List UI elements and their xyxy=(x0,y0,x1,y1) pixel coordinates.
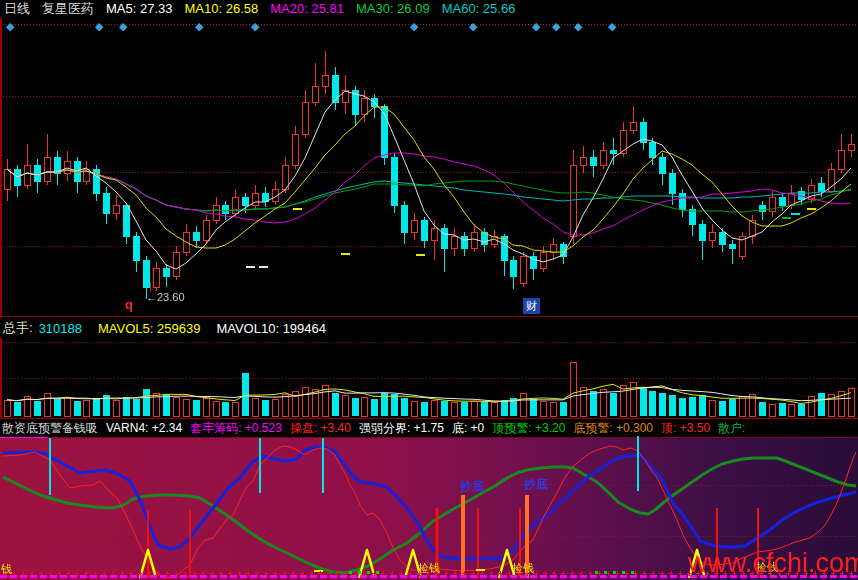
money-signal-label: 钱 xyxy=(1,562,12,577)
varn4-value: VARN4: +2.34 xyxy=(106,421,182,435)
taolao-value: 套牢筹码: +0.523 xyxy=(190,420,282,437)
ding-value: 顶: +3.50 xyxy=(661,420,710,437)
money-signal-label: 捡钱 xyxy=(418,561,440,576)
indicator-header: 散资底预警备钱吸 VARN4: +2.34 套牢筹码: +0.523 操盘: +… xyxy=(0,419,858,437)
money-signal-label: 捡钱 xyxy=(512,561,534,576)
stock-name: 复星医药 xyxy=(42,0,94,18)
dotted-separator xyxy=(0,24,858,25)
chart-header: 日线 复星医药 MA5: 27.33 MA10: 26.58 MA20: 25.… xyxy=(0,0,858,18)
diamond-icon: ◆ xyxy=(608,21,616,32)
diamond-icon: ◆ xyxy=(119,21,127,32)
ma5-legend: MA5: 27.33 xyxy=(106,0,173,18)
diamond-icon: ◆ xyxy=(195,21,203,32)
dingyujing-value: 顶预警: +3.20 xyxy=(492,420,565,437)
caopan-value: 操盘: +3.40 xyxy=(290,420,351,437)
marker-strip: ◆◆◆◆◆◆◆◆◆◆◆ xyxy=(0,18,858,38)
diamond-icon: ◆ xyxy=(410,21,418,32)
diamond-icon: ◆ xyxy=(6,21,14,32)
diamond-icon: ◆ xyxy=(574,21,582,32)
mavol5-legend: MAVOL5: 259639 xyxy=(98,321,200,336)
mavol10-legend: MAVOL10: 199464 xyxy=(216,321,326,336)
chaodi-signal-label: 抄底 xyxy=(460,478,484,495)
diyujing-value: 底预警: +0.300 xyxy=(573,420,653,437)
diamond-icon: ◆ xyxy=(552,21,560,32)
diamond-icon: ◆ xyxy=(469,21,477,32)
low-price-label: ←23.60 xyxy=(146,291,185,303)
chaodi-signal-label: 抄底 xyxy=(524,476,548,493)
cai-event-badge[interactable]: 财 xyxy=(523,298,540,314)
diamond-icon: ◆ xyxy=(251,21,259,32)
di-value: 底: +0 xyxy=(452,420,484,437)
q-signal-marker: q xyxy=(125,297,133,312)
volume-value: 310188 xyxy=(39,321,82,336)
sanhu-label: 散户: xyxy=(718,420,745,437)
app-window: 日线 复星医药 MA5: 27.33 MA10: 26.58 MA20: 25.… xyxy=(0,0,858,580)
ma30-legend: MA30: 26.09 xyxy=(356,0,430,18)
volume-header: 总手: 310188 MAVOL5: 259639 MAVOL10: 19946… xyxy=(0,318,858,338)
indicator-title: 散资底预警备钱吸 xyxy=(2,420,98,437)
pane-separator xyxy=(0,316,858,317)
volume-chart[interactable] xyxy=(0,339,858,418)
volume-label: 总手: xyxy=(3,319,33,337)
diamond-icon: ◆ xyxy=(532,21,540,32)
ma20-legend: MA20: 25.81 xyxy=(270,0,344,18)
period-label: 日线 xyxy=(4,0,30,18)
diamond-icon: ◆ xyxy=(95,21,103,32)
ma60-legend: MA60: 25.66 xyxy=(442,0,516,18)
qiangruo-value: 强弱分界: +1.75 xyxy=(359,420,444,437)
ma10-legend: MA10: 26.58 xyxy=(185,0,259,18)
main-price-chart[interactable] xyxy=(0,38,858,316)
watermark: www.cfchi.com xyxy=(688,548,858,579)
